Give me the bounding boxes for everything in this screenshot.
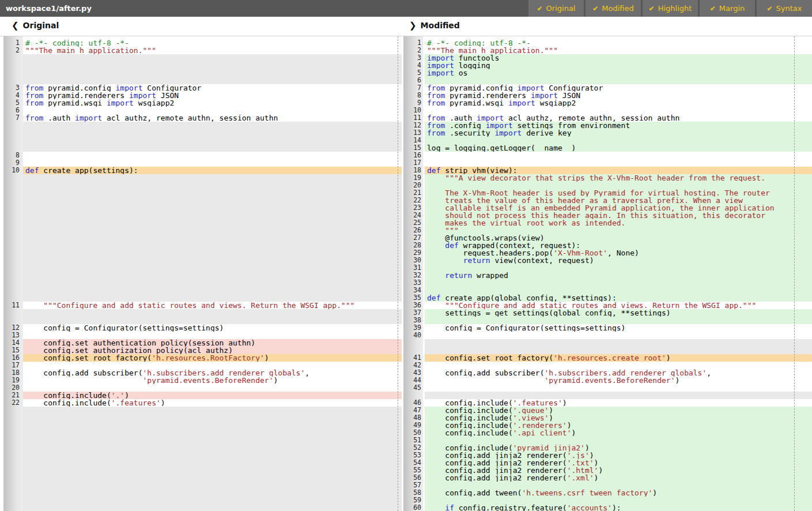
code-text[interactable] [23, 159, 402, 167]
code-text[interactable]: from .security import derive_key [425, 129, 812, 137]
code-text[interactable]: import functools [425, 54, 812, 62]
code-text[interactable] [23, 107, 402, 114]
toggle-modified-button[interactable]: ✔ Modified [586, 0, 641, 17]
code-text[interactable] [23, 384, 402, 392]
filler-row [0, 489, 402, 497]
code-text[interactable] [425, 332, 812, 339]
code-text[interactable] [425, 482, 812, 489]
code-text[interactable]: if config.registry.feature('accounts'): [425, 504, 812, 511]
code-text[interactable] [425, 264, 812, 272]
code-text[interactable] [425, 362, 812, 369]
code-text[interactable]: 'pyramid.events.BeforeRender') [23, 377, 402, 384]
code-text[interactable] [425, 152, 812, 159]
code-text[interactable]: config.add_jinja2_renderer('.html') [425, 467, 812, 474]
code-text[interactable] [23, 332, 402, 339]
code-text[interactable] [425, 384, 812, 392]
code-text[interactable] [425, 437, 812, 444]
code-text[interactable] [425, 497, 812, 504]
code-line: 23 callable itself is an embedded Pyrami… [402, 204, 812, 212]
code-text[interactable]: config.add_jinja2_renderer('.js') [425, 452, 812, 459]
code-text[interactable]: """The main h application.""" [425, 47, 812, 54]
code-text[interactable]: # -*- coding: utf-8 -*- [425, 39, 812, 47]
code-text[interactable]: import os [425, 69, 812, 77]
alignment-filler [23, 489, 402, 497]
code-text[interactable]: """ [425, 227, 812, 234]
code-text[interactable]: config.include('.features') [23, 399, 402, 407]
code-text[interactable]: config.include('pyramid_jinja2') [425, 444, 812, 452]
code-text[interactable]: from pyramid.renderers import JSON [23, 92, 402, 99]
code-text[interactable]: log = logging.getLogger(__name__) [425, 144, 812, 152]
code-text[interactable]: def wrapped(context, request): [425, 242, 812, 249]
code-text[interactable]: return wrapped [425, 272, 812, 279]
toggle-margin-button[interactable]: ✔ Margin [700, 0, 755, 17]
code-text[interactable]: callable itself is an embedded Pyramid a… [425, 204, 812, 212]
code-text[interactable] [23, 362, 402, 369]
code-text[interactable]: from .auth import acl_authz, remote_auth… [23, 114, 402, 122]
code-text[interactable] [425, 107, 812, 114]
code-text[interactable]: config.include('.') [23, 392, 402, 399]
line-number [0, 459, 23, 467]
code-text[interactable]: from pyramid.wsgi import wsgiapp2 [425, 99, 812, 107]
filler-row [0, 174, 402, 182]
code-text[interactable]: config.add_jinja2_renderer('.txt') [425, 459, 812, 467]
code-line: 57 [402, 482, 812, 489]
code-text[interactable]: """Configure and add static routes and v… [23, 302, 402, 309]
code-text[interactable]: config.add_subscriber('h.subscribers.add… [23, 369, 402, 377]
code-text[interactable]: from pyramid.config import Configurator [425, 84, 812, 92]
code-text[interactable]: from pyramid.renderers import JSON [425, 92, 812, 99]
code-line: 11 """Configure and add static routes an… [0, 302, 402, 309]
code-line: 42 [402, 362, 812, 369]
code-text[interactable]: from pyramid.wsgi import wsgiapp2 [23, 99, 402, 107]
code-text[interactable]: """A view decorator that strips the X-Vh… [425, 174, 812, 182]
code-text[interactable]: config.include('.features') [425, 399, 812, 407]
code-text[interactable]: return view(context, request) [425, 257, 812, 264]
code-text[interactable]: from .auth import acl_authz, remote_auth… [425, 114, 812, 122]
code-text[interactable] [425, 77, 812, 84]
code-text[interactable]: treats the value of this header as a tra… [425, 197, 812, 204]
code-text[interactable]: settings = get_settings(global_config, *… [425, 309, 812, 317]
alignment-filler [23, 437, 402, 444]
code-text[interactable]: config.set_root_factory('h.resources.Roo… [23, 354, 402, 362]
code-text[interactable]: config.set_authentication_policy(session… [23, 339, 402, 347]
code-text[interactable] [425, 159, 812, 167]
code-text[interactable]: """The main h application.""" [23, 47, 402, 54]
code-text[interactable]: def create_app(settings): [23, 167, 402, 174]
code-text[interactable]: def create_app(global_config, **settings… [425, 294, 812, 302]
code-text[interactable] [425, 279, 812, 287]
code-text[interactable]: config.set_root_factory('h.resources.cre… [425, 354, 812, 362]
code-text[interactable]: should not process this header again. In… [425, 212, 812, 219]
code-text[interactable] [425, 317, 812, 324]
code-text[interactable] [425, 137, 812, 144]
code-text[interactable]: The X-Vhm-Root header is used by Pyramid… [425, 189, 812, 197]
code-text[interactable]: config.add_subscriber('h.subscribers.add… [425, 369, 812, 377]
toggle-highlight-button[interactable]: ✔ Highlight [643, 0, 698, 17]
code-text[interactable]: makes the virtual root work as intended. [425, 219, 812, 227]
code-text[interactable] [425, 287, 812, 294]
code-text[interactable]: config.add_jinja2_renderer('.xml') [425, 474, 812, 482]
code-text[interactable] [425, 182, 812, 189]
code-text[interactable]: config.add_tween('h.tweens.csrf_tween_fa… [425, 489, 812, 497]
code-text[interactable]: def strip_vhm(view): [425, 167, 812, 174]
code-text[interactable]: from .config import settings_from_enviro… [425, 122, 812, 129]
code-line: 43 config.add_subscriber('h.subscribers.… [402, 369, 812, 377]
code-text[interactable]: """Configure and add static routes and v… [425, 302, 812, 309]
code-text[interactable]: request.headers.pop('X-Vhm-Root', None) [425, 249, 812, 257]
code-text[interactable]: from pyramid.config import Configurator [23, 84, 402, 92]
code-line: 25 makes the virtual root work as intend… [402, 219, 812, 227]
code-text[interactable]: config.include('.queue') [425, 407, 812, 414]
toggle-syntax-button[interactable]: ✔ Syntax [757, 0, 812, 17]
code-text[interactable]: config.set_authorization_policy(acl_auth… [23, 347, 402, 354]
code-text[interactable]: config.include('.renderers') [425, 422, 812, 429]
check-icon: ✔ [766, 5, 772, 12]
toggle-original-button[interactable]: ✔ Original [528, 0, 584, 17]
code-text[interactable]: @functools.wraps(view) [425, 234, 812, 242]
code-text[interactable] [23, 152, 402, 159]
code-text[interactable]: # -*- coding: utf-8 -*- [23, 39, 402, 47]
alignment-filler [23, 174, 402, 182]
code-text[interactable]: import logging [425, 62, 812, 69]
code-text[interactable]: config = Configurator(settings=settings) [425, 324, 812, 332]
code-text[interactable]: config = Configurator(settings=settings) [23, 324, 402, 332]
code-text[interactable]: config.include('.views') [425, 414, 812, 422]
code-text[interactable]: 'pyramid.events.BeforeRender') [425, 377, 812, 384]
code-text[interactable]: config.include('.api_client') [425, 429, 812, 437]
